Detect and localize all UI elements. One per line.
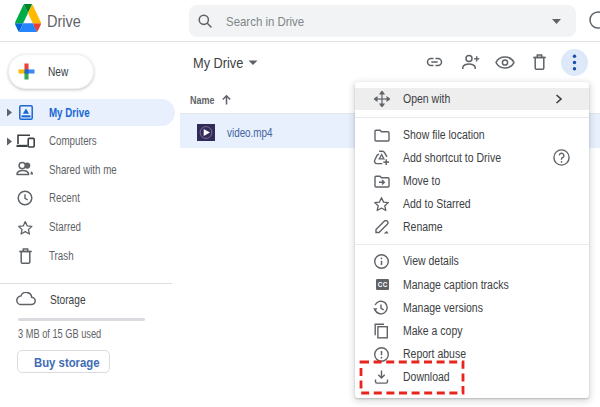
svg-text:CC: CC — [377, 281, 387, 288]
